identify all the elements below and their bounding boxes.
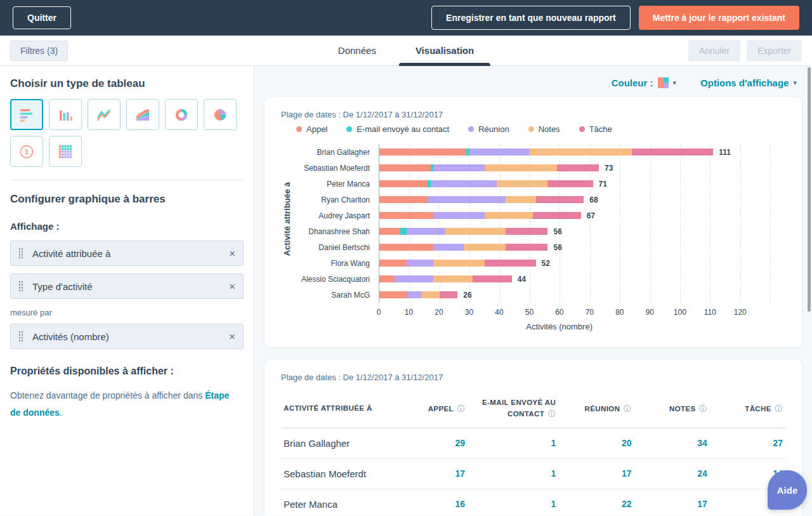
quit-button[interactable]: Quitter: [13, 6, 71, 29]
bar-segment[interactable]: [395, 275, 434, 282]
table-cell-value[interactable]: 17: [402, 458, 468, 489]
bar-row[interactable]: 44: [379, 271, 785, 287]
field-pill-activity-assigned[interactable]: Activité attribuée à ×: [10, 241, 244, 266]
vertical-scrollbar[interactable]: [808, 67, 811, 312]
export-button[interactable]: Exporter: [747, 40, 802, 62]
info-icon[interactable]: ⓘ: [546, 409, 556, 418]
bar-segment[interactable]: [506, 244, 547, 251]
bar-segment[interactable]: [485, 212, 533, 219]
display-options-dropdown[interactable]: Options d'affichage ▾: [700, 77, 797, 88]
bar-row[interactable]: 71: [379, 176, 785, 192]
bar-segment[interactable]: [379, 275, 395, 282]
chart-type-donut[interactable]: [165, 99, 198, 130]
bar-segment[interactable]: [379, 164, 431, 171]
bar-segment[interactable]: [407, 260, 434, 267]
bar-row[interactable]: 68: [379, 192, 785, 208]
bar-track: [379, 164, 785, 171]
table-cell-value[interactable]: 29: [402, 428, 468, 458]
bar-segment[interactable]: [433, 275, 473, 282]
tab-donnees[interactable]: Données: [322, 36, 393, 66]
chart-date-range: Plage de dates : De 1/12/2017 à 31/12/20…: [281, 110, 785, 119]
drag-handle-icon[interactable]: [18, 331, 23, 342]
bar-segment[interactable]: [407, 291, 422, 298]
bar-segment[interactable]: [433, 260, 485, 267]
cancel-button[interactable]: Annuler: [688, 40, 740, 62]
bar-segment[interactable]: [400, 228, 406, 235]
bar-segment[interactable]: [379, 260, 407, 267]
chart-type-pie[interactable]: [204, 99, 237, 130]
bar-segment[interactable]: [536, 196, 584, 203]
table-cell-value[interactable]: 34: [634, 428, 709, 458]
bar-segment[interactable]: [379, 228, 400, 235]
drag-handle-icon[interactable]: [18, 248, 23, 259]
field-pill-measure[interactable]: Activités (nombre) ×: [10, 324, 244, 349]
table-cell-value[interactable]: 1: [468, 428, 558, 458]
bar-row[interactable]: 73: [379, 160, 785, 176]
chart-type-line[interactable]: [88, 99, 121, 130]
save-as-new-report-button[interactable]: Enregistrer en tant que nouveau rapport: [431, 6, 631, 30]
table-cell-value[interactable]: 20: [558, 428, 634, 458]
table-cell-value[interactable]: 27: [710, 428, 785, 458]
info-icon[interactable]: ⓘ: [455, 404, 465, 413]
chart-type-number[interactable]: 1: [10, 136, 43, 167]
bar-segment[interactable]: [506, 196, 535, 203]
bar-segment[interactable]: [379, 291, 407, 298]
color-dropdown[interactable]: Couleur : ▾: [612, 77, 676, 88]
remove-field-icon[interactable]: ×: [229, 331, 235, 342]
bar-row[interactable]: 56: [379, 223, 785, 239]
table-cell-value[interactable]: 17: [558, 458, 634, 489]
chart-type-area[interactable]: [126, 99, 159, 130]
bar-segment[interactable]: [445, 228, 506, 235]
chart-type-horizontal-bar[interactable]: [10, 99, 43, 130]
bar-segment[interactable]: [421, 291, 439, 298]
bar-segment[interactable]: [485, 260, 536, 267]
table-cell-value[interactable]: 24: [634, 458, 709, 489]
chart-type-table[interactable]: [49, 136, 82, 167]
bar-segment[interactable]: [407, 228, 446, 235]
bar-segment[interactable]: [440, 291, 457, 298]
info-icon[interactable]: ⓘ: [621, 404, 631, 413]
table-cell-value[interactable]: 1: [468, 489, 558, 515]
chart-type-vertical-bar[interactable]: [49, 99, 82, 130]
bar-row[interactable]: 111: [379, 144, 785, 160]
tab-visualisation[interactable]: Visualisation: [399, 36, 490, 66]
bar-segment[interactable]: [379, 149, 466, 155]
bar-segment[interactable]: [433, 212, 485, 219]
bar-segment[interactable]: [433, 244, 463, 251]
info-icon[interactable]: ⓘ: [697, 404, 707, 413]
bar-segment[interactable]: [379, 244, 433, 251]
table-cell-value[interactable]: 16: [402, 489, 468, 515]
field-pill-activity-type[interactable]: Type d'activité ×: [10, 274, 244, 299]
table-cell-value[interactable]: 1: [468, 458, 558, 489]
bar-segment[interactable]: [379, 196, 428, 203]
bar-segment[interactable]: [530, 149, 632, 155]
bar-segment[interactable]: [379, 180, 428, 187]
help-button[interactable]: Aide: [768, 470, 807, 510]
table-cell-value[interactable]: 22: [558, 489, 634, 515]
bar-segment[interactable]: [632, 149, 713, 155]
bar-segment[interactable]: [464, 244, 506, 251]
bar-segment[interactable]: [557, 164, 599, 171]
info-icon[interactable]: ⓘ: [773, 404, 783, 413]
bar-segment[interactable]: [533, 212, 581, 219]
bar-row[interactable]: 67: [379, 208, 785, 223]
bar-segment[interactable]: [433, 164, 485, 171]
bar-row[interactable]: 56: [379, 239, 785, 255]
remove-field-icon[interactable]: ×: [229, 248, 235, 259]
table-cell-value[interactable]: 17: [634, 489, 709, 515]
bar-segment[interactable]: [547, 180, 593, 187]
bar-segment[interactable]: [469, 149, 530, 155]
bar-row[interactable]: 52: [379, 255, 785, 271]
remove-field-icon[interactable]: ×: [229, 281, 235, 292]
bar-segment[interactable]: [431, 180, 497, 187]
bar-row[interactable]: 26: [379, 287, 785, 303]
drag-handle-icon[interactable]: [18, 281, 23, 292]
bar-segment[interactable]: [485, 164, 557, 171]
bar-segment[interactable]: [506, 228, 547, 235]
filters-button[interactable]: Filtres (3): [10, 41, 68, 61]
bar-segment[interactable]: [473, 275, 512, 282]
update-existing-report-button[interactable]: Mettre à jour le rapport existant: [639, 6, 799, 30]
bar-segment[interactable]: [379, 212, 433, 219]
bar-segment[interactable]: [497, 180, 548, 187]
bar-segment[interactable]: [428, 196, 506, 203]
